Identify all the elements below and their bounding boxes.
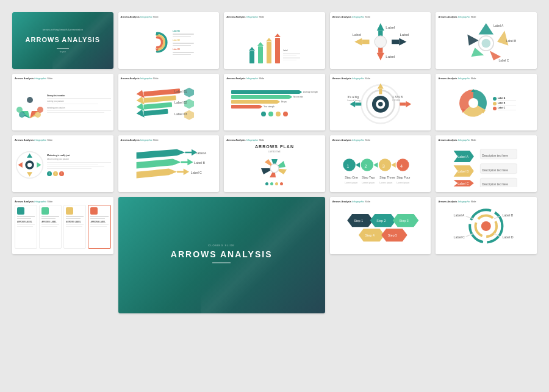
svg-marker-75 [136, 149, 185, 159]
svg-text:Step 4: Step 4 [365, 234, 374, 238]
svg-rect-55 [355, 102, 361, 105]
svg-rect-40 [143, 95, 176, 103]
svg-text:Step Three: Step Three [379, 176, 395, 179]
svg-marker-56 [406, 101, 411, 107]
svg-marker-37 [136, 103, 144, 111]
slide-8[interactable]: Arrows Analysis Infographic Slide Levera… [224, 74, 325, 130]
slide-11[interactable]: Arrows Analysis Infographic Slide Market… [12, 135, 113, 192]
slide-14-header: Arrows Analysis Infographic Slide [332, 138, 429, 141]
slide-5-header: Arrows Analysis Infographic Slide [438, 15, 534, 18]
slide-9[interactable]: Arrows Analysis Infographic Slide [330, 74, 431, 130]
svg-marker-6 [354, 38, 362, 45]
svg-rect-7 [362, 40, 369, 44]
svg-text:Label B: Label B [503, 213, 514, 217]
slide-4[interactable]: Arrows Analysis Infographic Slide Label [330, 12, 431, 69]
svg-text:Step Two: Step Two [362, 176, 375, 179]
svg-text:Label: Label [352, 32, 361, 37]
slide-1-cover[interactable]: arrows-nothing-beautiful-presentation AR… [12, 12, 113, 69]
slide-8-header: Arrows Analysis Infographic Slide [226, 77, 323, 80]
svg-text:Lorem ipsum: Lorem ipsum [379, 182, 392, 185]
closing-label: CLOSING SLIDE [208, 244, 235, 247]
svg-point-10 [375, 36, 387, 48]
slide-4-header: Arrows Analysis Infographic Slide [332, 15, 429, 18]
svg-point-103 [396, 159, 409, 171]
svg-text:4: 4 [400, 163, 403, 169]
svg-marker-70 [27, 172, 32, 176]
svg-point-93 [270, 164, 279, 173]
svg-rect-36 [143, 109, 168, 116]
slide-14[interactable]: Arrows Analysis Infographic Slide 1 2 3 … [330, 135, 431, 192]
svg-text:1: 1 [346, 163, 349, 169]
slide-1-subtitle: for your [60, 51, 66, 53]
svg-point-53 [378, 102, 383, 107]
svg-text:Label B: Label B [194, 161, 205, 165]
slide-3[interactable]: Arrows Analysis Infographic Slide [224, 12, 325, 69]
slide-18-header: Arrows Analysis Infographic Slide [332, 200, 429, 203]
svg-text:Label C: Label C [454, 235, 465, 239]
svg-text:Label C: Label C [458, 182, 469, 185]
slide-3-header: Arrows Analysis Infographic Slide [226, 15, 323, 18]
slide-16[interactable]: Arrows Analysis Infographic Slide ARROWS… [12, 197, 113, 254]
slide-15[interactable]: Arrows Analysis Infographic Slide Label … [436, 135, 537, 192]
svg-rect-59 [379, 89, 382, 94]
slide-13-title: ARROWS PLAN [255, 144, 294, 149]
svg-marker-78 [136, 159, 181, 169]
slide-13-header: Arrows Analysis Infographic Slide [226, 138, 323, 141]
svg-text:Label: Label [386, 25, 395, 29]
slide-10-header: Arrows Analysis Infographic Slide [438, 77, 534, 80]
svg-rect-9 [392, 40, 399, 44]
svg-text:It's a big: It's a big [347, 95, 359, 99]
svg-marker-80 [187, 159, 193, 166]
svg-marker-71 [18, 162, 22, 168]
svg-text:Label A: Label A [195, 151, 206, 155]
svg-marker-35 [136, 110, 144, 118]
slide-7[interactable]: Arrows Analysis Infographic Slide [118, 74, 220, 130]
svg-marker-19 [468, 34, 479, 45]
svg-text:Label 01: Label 01 [174, 90, 187, 93]
slide-16-header: Arrows Analysis Infographic Slide [15, 200, 111, 203]
svg-marker-99 [373, 162, 378, 168]
svg-text:love of doing: love of doing [347, 99, 360, 102]
svg-point-67 [468, 98, 478, 108]
svg-marker-96 [356, 162, 360, 168]
slide-12-header: Arrows Analysis Infographic Slide [121, 138, 217, 141]
slide-6[interactable]: Arrows Analysis Infographic Slide [12, 74, 113, 130]
svg-marker-41 [136, 90, 144, 98]
slide-7-header: Arrows Analysis Infographic Slide [121, 77, 217, 80]
svg-text:Lorem ipsum: Lorem ipsum [345, 182, 357, 185]
slide-closing[interactable]: CLOSING SLIDE ARROWS ANALYSIS [118, 197, 325, 313]
slide-18[interactable]: Arrows Analysis Infographic Slide Step 1… [330, 197, 431, 254]
svg-point-33 [37, 107, 43, 113]
slide-12[interactable]: Arrows Analysis Infographic Slide [118, 135, 220, 192]
svg-marker-2 [376, 23, 384, 30]
svg-text:Label: Label [400, 32, 409, 37]
svg-point-31 [16, 107, 23, 113]
svg-text:Step 1: Step 1 [354, 219, 363, 223]
slide-1-top-text: arrows-nothing-beautiful-presentation [43, 28, 83, 31]
svg-text:Label B: Label B [458, 169, 469, 173]
svg-marker-39 [136, 96, 144, 104]
slide-6-header: Arrows Analysis Infographic Slide [15, 77, 111, 80]
svg-point-97 [361, 159, 373, 171]
svg-point-137 [481, 221, 491, 231]
svg-point-100 [379, 159, 391, 171]
svg-text:Label 02: Label 02 [174, 101, 187, 104]
svg-point-34 [27, 97, 33, 103]
slide-13[interactable]: Arrows Analysis Infographic Slide ARROWS… [224, 135, 325, 192]
svg-text:Label: Label [386, 54, 395, 59]
slide-19[interactable]: Arrows Analysis Infographic Slide Label … [436, 197, 537, 254]
svg-text:Step 3: Step 3 [399, 219, 408, 223]
slide-2[interactable]: Arrows Analysis Infographic Slide Label … [118, 12, 220, 69]
svg-text:Description text here: Description text here [483, 169, 509, 172]
slide-5[interactable]: Arrows Analysis Infographic Slide Label … [436, 12, 537, 69]
svg-text:2: 2 [364, 163, 367, 169]
svg-text:Step Four: Step Four [396, 176, 411, 179]
svg-point-21 [482, 39, 491, 48]
svg-rect-57 [400, 102, 406, 105]
svg-text:Step 2: Step 2 [376, 219, 386, 223]
svg-point-74 [27, 163, 32, 167]
closing-title: ARROWS ANALYSIS [171, 249, 273, 259]
slide-10[interactable]: Arrows Analysis Infographic Slide [436, 74, 537, 130]
svg-text:Step 5: Step 5 [388, 234, 397, 238]
svg-marker-58 [378, 84, 384, 89]
